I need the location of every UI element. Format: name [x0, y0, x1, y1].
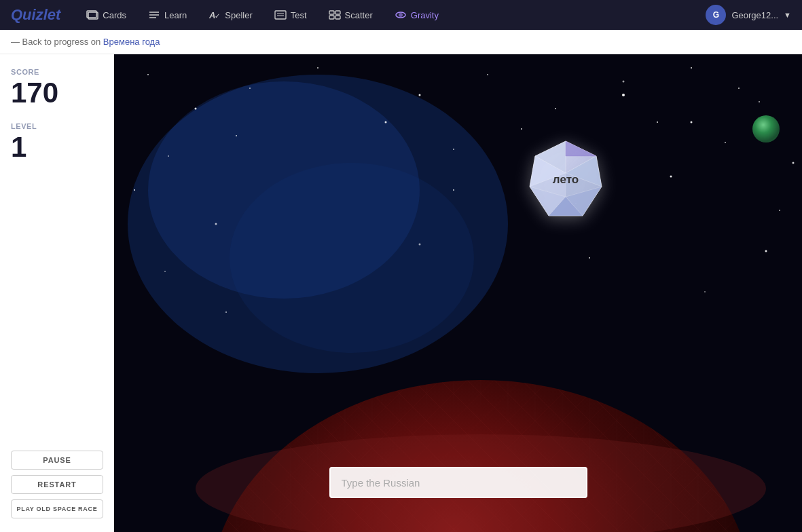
nav-scatter[interactable]: Scatter	[319, 7, 382, 23]
svg-point-15	[399, 13, 403, 17]
svg-rect-13	[335, 16, 340, 19]
svg-point-30	[168, 155, 169, 157]
nav-right: G George12... ▼	[706, 5, 791, 25]
svg-point-26	[555, 108, 556, 109]
svg-point-44	[779, 210, 780, 211]
svg-point-33	[453, 149, 454, 150]
test-nav-label: Test	[291, 10, 307, 20]
svg-point-23	[317, 67, 318, 69]
svg-point-52	[691, 121, 693, 124]
game-area: лето	[114, 54, 802, 532]
svg-point-39	[134, 189, 135, 191]
svg-point-40	[215, 223, 217, 225]
logo-text: Quizlet	[11, 6, 60, 23]
svg-point-21	[195, 108, 197, 110]
svg-point-19	[230, 163, 474, 353]
svg-rect-10	[329, 11, 334, 14]
breadcrumb-prefix: — Back to progress on	[11, 37, 101, 47]
svg-point-37	[725, 142, 726, 143]
svg-rect-12	[329, 16, 334, 19]
crystal-word: лето	[553, 173, 579, 187]
sidebar: SCORE 170 LEVEL 1 PAUSE RESTART PLAY OLD…	[0, 54, 114, 532]
gravity-nav-label: Gravity	[411, 10, 439, 20]
speller-nav-icon: A✓	[208, 10, 221, 20]
svg-point-24	[419, 94, 421, 96]
svg-rect-11	[335, 11, 340, 14]
cards-nav-label: Cards	[103, 10, 126, 20]
svg-point-25	[487, 74, 488, 75]
svg-point-48	[589, 257, 590, 259]
svg-point-38	[792, 162, 795, 164]
score-value: 170	[11, 77, 103, 109]
avatar: G	[706, 5, 726, 25]
breadcrumb-link[interactable]: Времена года	[103, 37, 160, 47]
crystal-container: лето	[522, 136, 610, 224]
svg-point-51	[622, 94, 625, 96]
scatter-nav-label: Scatter	[345, 10, 373, 20]
svg-point-20	[147, 74, 149, 75]
svg-point-36	[657, 121, 658, 123]
score-label: SCORE	[11, 68, 103, 76]
speller-nav-label: Speller	[225, 10, 252, 20]
sidebar-buttons: PAUSE RESTART PLAY OLD SPACE RACE	[11, 451, 103, 518]
svg-point-53	[738, 88, 740, 89]
svg-point-22	[249, 88, 251, 89]
svg-point-49	[704, 291, 706, 292]
svg-point-31	[236, 135, 237, 136]
breadcrumb: — Back to progress on Времена года	[0, 30, 802, 54]
svg-point-29	[759, 101, 760, 102]
navbar: Quizlet Cards Learn A✓ Speller	[0, 0, 802, 30]
dropdown-arrow-icon[interactable]: ▼	[784, 11, 791, 19]
svg-point-27	[623, 81, 625, 83]
avatar-initials: G	[713, 10, 719, 20]
level-label: LEVEL	[11, 122, 103, 130]
svg-point-60	[752, 115, 780, 142]
svg-point-43	[670, 176, 672, 178]
pause-button[interactable]: PAUSE	[11, 451, 103, 470]
crystal: лето	[522, 136, 610, 224]
svg-point-41	[453, 189, 454, 191]
stars-canvas	[114, 54, 802, 532]
svg-point-32	[385, 121, 387, 124]
svg-point-45	[164, 271, 166, 272]
space-background: лето	[114, 54, 802, 532]
level-value: 1	[11, 132, 103, 163]
nav-gravity[interactable]: Gravity	[385, 7, 448, 23]
russian-input[interactable]	[329, 467, 587, 498]
learn-nav-label: Learn	[164, 10, 187, 20]
svg-point-46	[225, 311, 227, 313]
nav-cards[interactable]: Cards	[77, 7, 136, 23]
svg-point-50	[765, 250, 767, 252]
gravity-nav-icon	[395, 10, 407, 20]
old-space-race-button[interactable]: PLAY OLD SPACE RACE	[11, 499, 103, 518]
nav-learn[interactable]: Learn	[139, 7, 196, 23]
nav-items: Cards Learn A✓ Speller Test	[77, 7, 706, 23]
input-area	[329, 467, 587, 498]
svg-marker-71	[566, 141, 596, 156]
svg-point-47	[419, 244, 421, 246]
test-nav-icon	[274, 10, 287, 20]
learn-nav-icon	[148, 10, 160, 20]
restart-button[interactable]: RESTART	[11, 475, 103, 494]
main-layout: SCORE 170 LEVEL 1 PAUSE RESTART PLAY OLD…	[0, 54, 802, 532]
app-logo[interactable]: Quizlet	[11, 6, 60, 24]
svg-rect-7	[275, 11, 286, 19]
svg-point-34	[521, 128, 522, 130]
cards-nav-icon	[86, 10, 98, 20]
svg-text:✓: ✓	[215, 12, 220, 20]
nav-test[interactable]: Test	[265, 7, 316, 23]
svg-point-28	[691, 67, 692, 69]
scatter-nav-icon	[329, 10, 341, 20]
nav-speller[interactable]: A✓ Speller	[199, 7, 261, 23]
user-name[interactable]: George12...	[731, 10, 778, 20]
